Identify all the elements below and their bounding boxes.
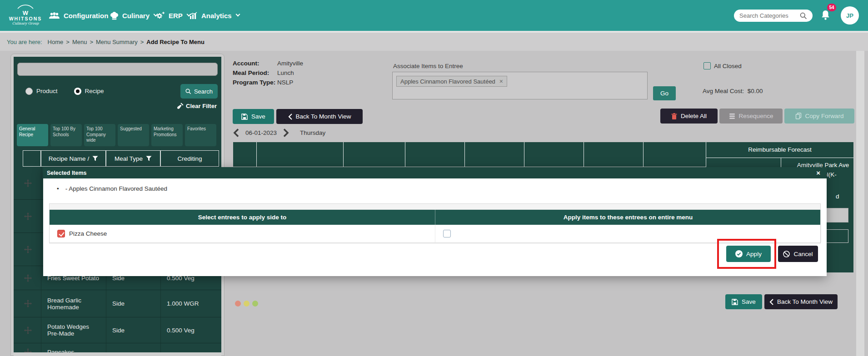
back-to-month-view-button-bottom[interactable]: Back To Month View bbox=[764, 294, 838, 309]
filter-icon[interactable] bbox=[146, 156, 152, 161]
brand-logo[interactable]: W WHITSONS Culinary Group bbox=[8, 3, 43, 25]
bullet-glyph: • bbox=[57, 185, 59, 192]
entree-checkbox-checked[interactable] bbox=[57, 230, 65, 237]
entree-tag: Apples Cinnamon Flavored Sautéed × bbox=[396, 76, 507, 87]
copy-icon bbox=[795, 113, 802, 119]
column-recipe-name[interactable]: Recipe Name / bbox=[41, 150, 106, 167]
selected-item-text: - Apples Cinnamon Flavored Sautéed bbox=[65, 185, 167, 192]
drag-handle-icon[interactable] bbox=[14, 233, 41, 266]
breadcrumb-menu[interactable]: Menu bbox=[72, 39, 87, 45]
clear-filter-button[interactable]: Clear Filter bbox=[177, 103, 217, 109]
radio-recipe-circle[interactable] bbox=[74, 88, 81, 95]
save-button-bottom[interactable]: Save bbox=[725, 294, 762, 309]
column-meal-type[interactable]: Meal Type bbox=[106, 150, 160, 167]
nav-menu-label: Configuration bbox=[64, 12, 108, 20]
modal-header: Selected Items × bbox=[43, 167, 827, 178]
remove-tag-icon[interactable]: × bbox=[499, 78, 503, 85]
stack-icon bbox=[729, 114, 735, 119]
check-circle-icon bbox=[735, 250, 743, 257]
radio-recipe[interactable]: Recipe bbox=[74, 88, 104, 95]
meal-type: Side bbox=[106, 290, 160, 317]
vertical-scrollbar[interactable] bbox=[856, 51, 864, 356]
crediting: 1.000 WGR bbox=[160, 290, 221, 317]
status-dot-green bbox=[252, 301, 258, 307]
nav-menu-erp[interactable]: ERP bbox=[156, 0, 190, 31]
apply-button[interactable]: Apply bbox=[726, 246, 771, 262]
nav-menu-analytics[interactable]: Analytics bbox=[190, 0, 239, 31]
search-icon[interactable] bbox=[800, 12, 807, 21]
status-dot-red bbox=[235, 301, 241, 307]
drag-handle-icon[interactable] bbox=[14, 200, 41, 232]
nav-menu-configuration[interactable]: Configuration bbox=[49, 0, 116, 31]
breadcrumb-prefix: You are here: bbox=[7, 39, 42, 45]
bell-icon[interactable] bbox=[821, 10, 830, 22]
tab-top-100-company-wide[interactable]: Top 100 Company wide bbox=[84, 124, 115, 146]
brand-w: W bbox=[8, 11, 43, 15]
drag-handle-icon[interactable] bbox=[14, 317, 41, 343]
selected-items-modal: Selected Items × • - Apples Cinnamon Fla… bbox=[43, 167, 827, 276]
back-to-month-view-button[interactable]: Back To Month View bbox=[276, 109, 363, 124]
table-row-potato-wedges-pre-made[interactable]: Potato Wedges Pre-Made Side 0.500 Veg bbox=[14, 317, 221, 343]
all-closed-label: All Closed bbox=[714, 63, 742, 69]
breadcrumb-separator: > bbox=[90, 39, 93, 45]
avg-meal-cost-value: $0.00 bbox=[748, 88, 763, 94]
all-closed-checkbox[interactable] bbox=[703, 62, 711, 69]
tab-suggested[interactable]: Suggested bbox=[118, 124, 149, 146]
drag-handle-icon[interactable] bbox=[14, 167, 41, 199]
cancel-circle-icon bbox=[783, 251, 790, 257]
copy-forward-button[interactable]: Copy Forward bbox=[784, 109, 854, 124]
brand-name: WHITSONS bbox=[8, 16, 43, 21]
table-row-bread-garlic-homemade[interactable]: Bread Garlic Homemade Side 1.000 WGR bbox=[14, 290, 221, 317]
save-button[interactable]: Save bbox=[233, 109, 274, 124]
tab-top-100-by-schools[interactable]: Top 100 By Schools bbox=[50, 124, 82, 146]
delete-all-button[interactable]: Delete All bbox=[660, 109, 718, 124]
column-crediting[interactable]: Crediting bbox=[160, 150, 219, 167]
apply-table: Select entrees to apply side to Apply it… bbox=[49, 203, 821, 243]
column-drag bbox=[23, 150, 41, 167]
cancel-button[interactable]: Cancel bbox=[778, 246, 818, 262]
drag-handle-icon[interactable] bbox=[14, 290, 41, 317]
close-icon[interactable]: × bbox=[816, 169, 820, 176]
breadcrumb-home[interactable]: Home bbox=[48, 39, 64, 45]
drag-handle-icon[interactable] bbox=[14, 266, 41, 290]
sidebar-search-button[interactable]: Search bbox=[180, 84, 218, 99]
top-nav: W WHITSONS Culinary Group Configuration … bbox=[0, 0, 868, 31]
radio-product[interactable]: Product bbox=[25, 88, 58, 95]
entree-tag-box[interactable]: Apples Cinnamon Flavored Sautéed × bbox=[392, 72, 648, 99]
nav-menu-label: Culinary bbox=[122, 12, 150, 20]
chevron-down-icon bbox=[235, 12, 240, 17]
sidebar-search-input[interactable] bbox=[17, 63, 218, 76]
program-type-label: Program Type: bbox=[233, 79, 277, 86]
nav-menu-label: ERP bbox=[169, 12, 183, 20]
tab-favorites[interactable]: Favorites bbox=[185, 124, 216, 146]
radio-product-label: Product bbox=[36, 88, 58, 94]
entree-row: Pizza Cheese bbox=[50, 225, 820, 243]
previous-day-icon[interactable] bbox=[233, 129, 239, 137]
status-dots bbox=[235, 301, 258, 307]
go-button[interactable]: Go bbox=[653, 86, 676, 100]
breadcrumb-menu-summary[interactable]: Menu Summary bbox=[96, 39, 138, 45]
entree-tag-text: Apples Cinnamon Flavored Sautéed bbox=[400, 78, 495, 85]
avatar[interactable]: JP bbox=[841, 6, 859, 25]
avg-meal-cost: Avg Meal Cost: $0.00 bbox=[703, 88, 763, 94]
horizontal-scrollbar[interactable] bbox=[14, 352, 221, 356]
account-info: Account:Amityville Meal Period:Lunch Pro… bbox=[233, 60, 303, 89]
tab-general-recipe[interactable]: General Recipe bbox=[17, 124, 48, 146]
apply-entire-menu-checkbox[interactable] bbox=[443, 230, 451, 237]
meal-type: Side bbox=[106, 317, 160, 343]
radio-product-circle[interactable] bbox=[25, 88, 33, 95]
account-label: Account: bbox=[233, 60, 277, 67]
forecast-text-fragment: d bbox=[836, 193, 839, 200]
day-label: Thursday bbox=[300, 129, 325, 136]
status-dot-yellow bbox=[244, 301, 249, 307]
selected-item-line: • - Apples Cinnamon Flavored Sautéed bbox=[57, 185, 167, 192]
resequence-button[interactable]: Resequence bbox=[719, 109, 783, 124]
breadcrumb: You are here: Home > Menu > Menu Summary… bbox=[0, 31, 868, 51]
chevron-left-icon bbox=[769, 299, 773, 305]
date-label: 06-01-2023 bbox=[245, 129, 277, 136]
nav-menu-culinary[interactable]: Culinary bbox=[110, 0, 157, 31]
apply-table-header: Select entrees to apply side to Apply it… bbox=[50, 210, 820, 225]
tab-marketing-promotions[interactable]: Marketing Promotions bbox=[151, 124, 183, 146]
next-day-icon[interactable] bbox=[283, 129, 289, 137]
filter-icon[interactable] bbox=[92, 156, 98, 161]
